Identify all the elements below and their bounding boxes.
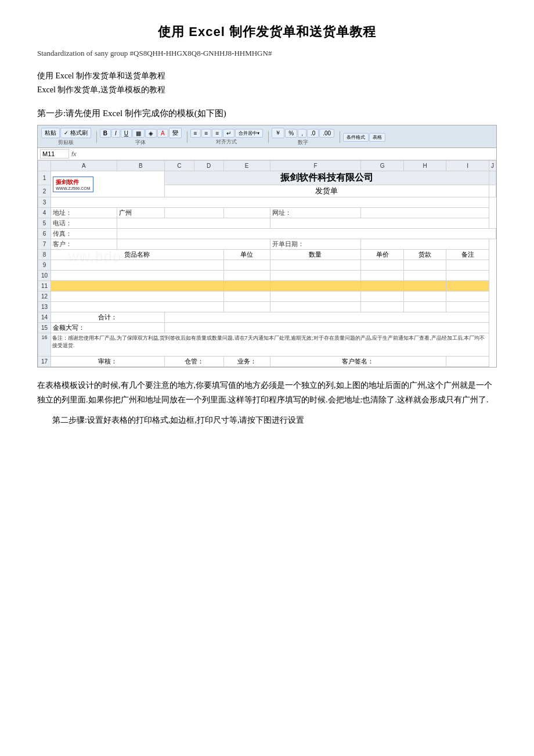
table-row: 11	[38, 281, 496, 291]
column-headers: A B C D E F G H I J	[38, 161, 496, 171]
percent-btn[interactable]: %	[285, 129, 297, 138]
ribbon-row: 粘贴 ✓ 格式刷 剪贴板 B I U ▦ ◈ A 變 字体	[41, 128, 493, 146]
sales-label: 业务：	[223, 357, 270, 367]
logo: 振剑软件 WWW.ZJ500.COM	[53, 177, 93, 192]
customer-sign-label: 客户签名：	[270, 357, 446, 367]
fax-label: 传真：	[51, 229, 117, 239]
align-center-btn[interactable]: ≡	[201, 129, 212, 138]
number-label: 数字	[298, 139, 308, 146]
company-name-cell: 振剑软件科技有限公司	[164, 171, 489, 185]
fill-color-button[interactable]: ◈	[145, 129, 157, 138]
table-row: 13	[38, 302, 496, 312]
border-button[interactable]: ▦	[132, 129, 145, 138]
col-d: D	[194, 161, 223, 171]
table-btn[interactable]: 表格	[369, 133, 385, 142]
addr-label: 地址：	[51, 208, 117, 218]
italic-button[interactable]: I	[111, 129, 120, 138]
currency-btn[interactable]: ￥	[272, 128, 284, 138]
watermark: ww.bdo	[68, 249, 122, 265]
table-row: 15 金额大写：	[38, 323, 496, 333]
subtitle: Standardization of sany group #QS8QHH-HH…	[37, 49, 499, 58]
cell-reference[interactable]	[40, 149, 69, 159]
clipboard-label: 剪贴板	[58, 139, 74, 146]
empty-j1	[489, 171, 496, 185]
doc-type-cell: 发货单	[164, 185, 489, 197]
underline-button[interactable]: U	[121, 129, 132, 138]
align-label: 对齐方式	[216, 138, 237, 146]
table-row: 4 地址： 广州 网址：	[38, 208, 496, 218]
excel-screenshot: 粘贴 ✓ 格式刷 剪贴板 B I U ▦ ◈ A 變 字体	[37, 125, 497, 368]
subtotal-label: 合计：	[51, 312, 165, 323]
paste-button[interactable]: 粘贴	[41, 128, 60, 138]
product-col-header: 货品名称 ww.bdo	[51, 250, 224, 260]
font-group: B I U ▦ ◈ A 變 字体	[100, 128, 182, 146]
font-color-button[interactable]: A	[157, 129, 168, 138]
row-1-header: 1	[38, 171, 51, 185]
remark-col-header: 备注	[446, 250, 489, 260]
price-col-header: 单价	[361, 250, 404, 260]
audit-label: 审核：	[51, 357, 165, 367]
total-label: 金额大写：	[51, 323, 165, 333]
logo-url: WWW.ZJ500.COM	[56, 186, 91, 190]
formula-input[interactable]	[79, 150, 494, 157]
formula-bar: fx	[38, 148, 496, 160]
col-a: A	[51, 161, 117, 171]
web-label: 网址：	[270, 208, 361, 218]
col-i: I	[446, 161, 489, 171]
table-row: 14 合计：	[38, 312, 496, 323]
note-cell: 备注：感谢您使用本厂产品,为了保障双方利益,货到签收后如有质量或数量问题,请在7…	[51, 333, 489, 357]
body-para-1: 在表格模板设计的时候,有几个要注意的地方,你要填写值的地方必须是一个独立的列,如…	[37, 378, 497, 407]
warehouse-label: 仓管：	[164, 357, 223, 367]
table-row: 10	[38, 271, 496, 281]
page-title: 使用 Excel 制作发货单和送货单教程	[35, 23, 499, 41]
style-group: 条件格式 表格	[343, 133, 385, 142]
col-e: E	[223, 161, 270, 171]
intro-text-1: 使用 Excel 制作发货单和送货单教程	[37, 71, 499, 81]
indent-btn[interactable]: ↵	[223, 129, 234, 138]
logo-cell: 振剑软件 WWW.ZJ500.COM	[51, 171, 165, 197]
other-font-btn[interactable]: 變	[169, 128, 182, 138]
align-group: ≡ ≡ ≡ ↵ 合并居中▾ 对齐方式	[190, 129, 264, 146]
table-row: 5 电话：	[38, 218, 496, 229]
step2-title: 第二步骤:设置好表格的打印格式,如边框,打印尺寸等,请按下图进行设置	[52, 413, 482, 427]
step1-title: 第一步:请先使用 Excel 制作完成你的模板(如下图)	[37, 108, 499, 119]
col-f: F	[270, 161, 361, 171]
col-b: B	[117, 161, 164, 171]
format-painter-button[interactable]: ✓ 格式刷	[60, 128, 91, 138]
sep4	[340, 131, 340, 143]
table-row: 3	[38, 197, 496, 208]
decrease-decimal-btn[interactable]: .00	[319, 129, 334, 138]
logo-text: 振剑软件	[56, 178, 91, 186]
col-h: H	[403, 161, 446, 171]
date-label: 开单日期：	[270, 239, 361, 250]
table-row: 1 振剑软件 WWW.ZJ500.COM 振剑软件科技有限公司	[38, 171, 496, 185]
merge-btn[interactable]: 合并居中▾	[235, 129, 263, 138]
fx-label: fx	[71, 150, 77, 157]
qty-col-header: 数量	[270, 250, 361, 260]
col-c: C	[164, 161, 194, 171]
customer-label: 客户：	[51, 239, 117, 250]
col-j: J	[489, 161, 496, 171]
cond-format-btn[interactable]: 条件格式	[343, 133, 369, 142]
table-row: 8 货品名称 ww.bdo 单位 数量 单价 货款 备注	[38, 250, 496, 260]
increase-decimal-btn[interactable]: .0	[307, 129, 319, 138]
row-2-header: 2	[38, 185, 51, 197]
comma-btn[interactable]: ,	[298, 129, 306, 138]
number-group: ￥ % , .0 .00 数字	[272, 128, 334, 146]
sep3	[268, 131, 269, 143]
table-row: 6 传真：	[38, 229, 496, 239]
col-g: G	[361, 161, 404, 171]
empty-j2	[489, 185, 496, 197]
addr-value: 广州	[117, 208, 164, 218]
bold-button[interactable]: B	[100, 129, 111, 138]
unit-col-header: 单位	[223, 250, 270, 260]
table-row: 17 审核： 仓管： 业务： 客户签名：	[38, 357, 496, 367]
sep1	[96, 131, 97, 143]
intro-text-2: Excel 制作发货单,送货单模板的教程	[37, 85, 499, 95]
table-row: 12	[38, 291, 496, 302]
excel-ribbon: 粘贴 ✓ 格式刷 剪贴板 B I U ▦ ◈ A 變 字体	[38, 125, 496, 148]
excel-grid: A B C D E F G H I J 1 振剑软件 WWW.ZJ500.COM	[38, 160, 496, 367]
align-right-btn[interactable]: ≡	[212, 129, 222, 138]
clipboard-group: 粘贴 ✓ 格式刷 剪贴板	[41, 128, 91, 146]
align-left-btn[interactable]: ≡	[190, 129, 201, 138]
